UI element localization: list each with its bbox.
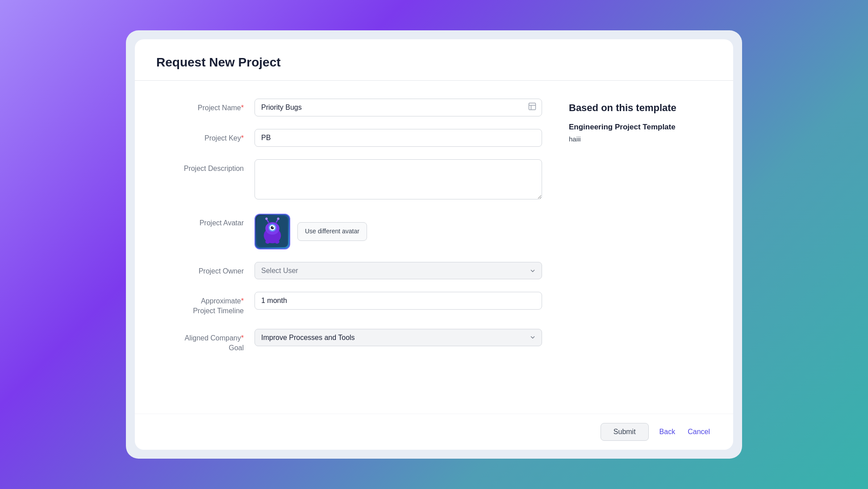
- project-key-input[interactable]: [255, 129, 542, 147]
- project-owner-row: Project Owner Select User: [156, 262, 542, 279]
- modal-header: Request New Project: [135, 39, 733, 81]
- modal-body: Project Name*: [135, 81, 733, 414]
- aligned-company-goal-label: Aligned Company*Goal: [156, 329, 255, 353]
- project-name-input[interactable]: [255, 99, 542, 116]
- project-key-control: [255, 129, 542, 147]
- required-star-timeline: *: [241, 297, 244, 305]
- cancel-button[interactable]: Cancel: [686, 423, 712, 440]
- svg-point-11: [265, 218, 267, 220]
- approximate-timeline-row: Approximate*Project Timeline: [156, 292, 542, 316]
- template-name: Engineering Project Template: [569, 123, 712, 132]
- form-section: Project Name*: [156, 99, 542, 396]
- modal-title: Request New Project: [156, 55, 712, 70]
- svg-point-9: [272, 226, 274, 228]
- template-description: haiii: [569, 135, 712, 143]
- back-button[interactable]: Back: [658, 423, 677, 440]
- project-description-row: Project Description: [156, 159, 542, 201]
- modal-footer: Submit Back Cancel: [135, 414, 733, 450]
- modal-wrapper: Request New Project Project Name*: [126, 30, 742, 459]
- use-different-avatar-button[interactable]: Use different avatar: [297, 222, 367, 241]
- project-description-textarea[interactable]: [255, 159, 542, 199]
- project-key-row: Project Key*: [156, 129, 542, 147]
- project-description-control: [255, 159, 542, 201]
- aligned-company-goal-select[interactable]: Improve Processes and Tools: [255, 329, 542, 346]
- modal: Request New Project Project Name*: [135, 39, 733, 450]
- project-name-control: [255, 99, 542, 116]
- svg-rect-0: [529, 103, 536, 110]
- approximate-timeline-label: Approximate*Project Timeline: [156, 292, 255, 316]
- required-star-goal: *: [241, 334, 244, 342]
- svg-point-14: [265, 240, 270, 244]
- project-key-label: Project Key*: [156, 129, 255, 143]
- project-name-row: Project Name*: [156, 99, 542, 116]
- project-name-wrapper: [255, 99, 542, 116]
- template-heading: Based on this template: [569, 102, 712, 114]
- template-section: Based on this template Engineering Proje…: [569, 99, 712, 396]
- required-star: *: [241, 104, 244, 112]
- svg-point-15: [275, 240, 280, 244]
- project-name-label: Project Name*: [156, 99, 255, 113]
- svg-point-13: [277, 218, 280, 220]
- approximate-timeline-input[interactable]: [255, 292, 542, 310]
- template-icon[interactable]: [528, 102, 537, 113]
- avatar-image[interactable]: [255, 214, 290, 249]
- submit-button[interactable]: Submit: [601, 423, 649, 441]
- approximate-timeline-control: [255, 292, 542, 310]
- project-avatar-control: Use different avatar: [255, 214, 542, 249]
- project-avatar-row: Project Avatar: [156, 214, 542, 249]
- aligned-company-goal-control: Improve Processes and Tools: [255, 329, 542, 346]
- aligned-company-goal-row: Aligned Company*Goal Improve Processes a…: [156, 329, 542, 353]
- project-owner-control: Select User: [255, 262, 542, 279]
- project-description-label: Project Description: [156, 159, 255, 174]
- project-avatar-label: Project Avatar: [156, 214, 255, 228]
- project-owner-label: Project Owner: [156, 262, 255, 276]
- required-star-key: *: [241, 134, 244, 142]
- project-owner-select[interactable]: Select User: [255, 262, 542, 279]
